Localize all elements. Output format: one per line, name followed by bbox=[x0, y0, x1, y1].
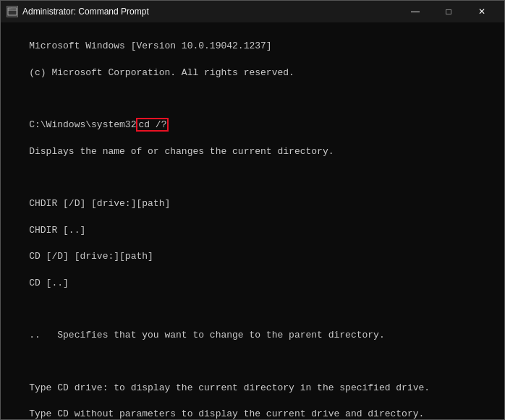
prompt-text: C:\Windows\system32 bbox=[29, 119, 136, 130]
maximize-button[interactable]: □ bbox=[432, 1, 465, 22]
version-line: Microsoft Windows [Version 10.0.19042.12… bbox=[29, 40, 271, 51]
cd-drive-desc2: Type CD without parameters to display th… bbox=[29, 408, 424, 419]
title-bar-controls: — □ ✕ bbox=[399, 1, 498, 22]
command-highlight: cd /? bbox=[136, 118, 169, 132]
terminal-output[interactable]: Microsoft Windows [Version 10.0.19042.12… bbox=[1, 22, 504, 419]
syntax1: CHDIR [/D] [drive:][path] bbox=[29, 198, 170, 209]
minimize-button[interactable]: — bbox=[399, 1, 432, 22]
syntax2: CHDIR [..] bbox=[29, 225, 85, 236]
prompt-with-command: C:\Windows\system32cd /? bbox=[29, 118, 169, 132]
copyright-line: (c) Microsoft Corporation. All rights re… bbox=[29, 67, 294, 78]
window: C:\ Administrator: Command Prompt — □ ✕ … bbox=[0, 0, 505, 420]
window-title: Administrator: Command Prompt bbox=[22, 7, 149, 17]
close-button[interactable]: ✕ bbox=[465, 1, 498, 22]
desc-line: Displays the name of or changes the curr… bbox=[29, 146, 334, 157]
cd-drive-desc1: Type CD drive: to display the current di… bbox=[29, 382, 430, 393]
title-bar: C:\ Administrator: Command Prompt — □ ✕ bbox=[1, 1, 504, 22]
app-icon: C:\ bbox=[7, 6, 18, 17]
syntax4: CD [..] bbox=[29, 278, 69, 288]
title-bar-left: C:\ Administrator: Command Prompt bbox=[7, 6, 149, 17]
syntax3: CD [/D] [drive:][path] bbox=[29, 251, 153, 262]
svg-text:C:\: C:\ bbox=[9, 7, 13, 10]
dotdot-desc: .. Specifies that you want to change to … bbox=[29, 330, 384, 340]
